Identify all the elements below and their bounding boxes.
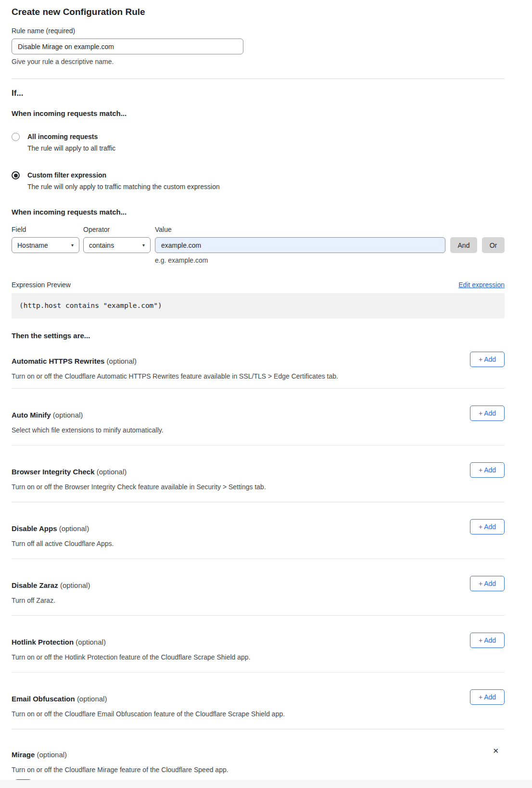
setting-name: Hotlink Protection (12, 638, 74, 646)
option-label: Custom filter expression (27, 171, 220, 179)
setting-disable-zaraz: Disable Zaraz (optional) Turn off Zaraz.… (12, 559, 505, 616)
operator-label: Operator (83, 226, 155, 234)
setting-description: Turn on or off the Browser Integrity Che… (12, 483, 505, 491)
expression-preview-row: Expression Preview Edit expression (12, 281, 505, 289)
option-all-incoming-requests[interactable]: All incoming requests The rule will appl… (12, 133, 505, 153)
setting-mirage: Mirage (optional) ✕ Turn on or off the C… (12, 729, 505, 788)
add-email-obfuscation-button[interactable]: + Add (470, 689, 505, 705)
option-description: The rule will apply to all traffic (27, 144, 115, 153)
setting-name: Email Obfuscation (12, 695, 75, 703)
setting-name: Disable Zaraz (12, 581, 58, 589)
field-select-value: Hostname (17, 241, 48, 249)
setting-description: Select which file extensions to minify a… (12, 426, 505, 434)
field-label: Field (12, 226, 83, 234)
radio-all-incoming-requests[interactable] (12, 133, 20, 141)
create-configuration-rule-page: Create new Configuration Rule Rule name … (12, 7, 505, 788)
radio-custom-filter-expression[interactable] (12, 171, 20, 179)
add-browser-integrity-check-button[interactable]: + Add (470, 462, 505, 478)
option-description: The rule will only apply to traffic matc… (27, 183, 220, 191)
incoming-requests-subheading: When incoming requests match... (12, 109, 505, 118)
rule-name-input[interactable] (12, 38, 243, 54)
setting-name: Mirage (12, 750, 35, 759)
chevron-down-icon: ▾ (71, 243, 74, 248)
edit-expression-link[interactable]: Edit expression (458, 281, 505, 289)
value-help: e.g. example.com (155, 256, 505, 265)
setting-description: Turn off Zaraz. (12, 597, 505, 605)
setting-email-obfuscation: Email Obfuscation (optional) Turn on or … (12, 673, 505, 729)
setting-description: Turn on or off the Hotlink Protection fe… (12, 653, 505, 661)
setting-disable-apps: Disable Apps (optional) Turn off all act… (12, 502, 505, 559)
operator-select-value: contains (89, 241, 114, 249)
expression-preview-box: (http.host contains "example.com") (12, 293, 505, 318)
setting-hotlink-protection: Hotlink Protection (optional) Turn on or… (12, 616, 505, 673)
add-disable-zaraz-button[interactable]: + Add (470, 576, 505, 591)
if-heading: If... (12, 88, 505, 99)
setting-browser-integrity-check: Browser Integrity Check (optional) Turn … (12, 445, 505, 502)
page-title: Create new Configuration Rule (12, 7, 505, 17)
chevron-down-icon: ▾ (142, 243, 145, 248)
then-settings-heading: Then the settings are... (12, 331, 505, 340)
settings-list: Automatic HTTPS Rewrites (optional) Turn… (12, 340, 505, 788)
setting-name: Browser Integrity Check (12, 468, 95, 476)
field-select[interactable]: Hostname ▾ (12, 237, 79, 253)
option-custom-filter-expression[interactable]: Custom filter expression The rule will o… (12, 171, 505, 191)
add-disable-apps-button[interactable]: + Add (470, 519, 505, 534)
value-input[interactable] (155, 237, 445, 253)
rule-name-label: Rule name (required) (12, 27, 505, 35)
and-button[interactable]: And (450, 237, 477, 253)
setting-description: Turn on or off the Cloudflare Automatic … (12, 372, 505, 381)
expression-preview-label: Expression Preview (12, 281, 71, 289)
setting-description: Turn on or off the Cloudflare Mirage fea… (12, 766, 505, 774)
setting-description: Turn off all active Cloudflare Apps. (12, 540, 505, 548)
operator-select[interactable]: contains ▾ (83, 237, 151, 253)
footer-band (0, 780, 532, 788)
add-auto-minify-button[interactable]: + Add (470, 406, 505, 421)
filter-subheading: When incoming requests match... (12, 207, 505, 216)
setting-description: Turn on or off the Cloudflare Email Obfu… (12, 710, 505, 718)
setting-automatic-https-rewrites: Automatic HTTPS Rewrites (optional) Turn… (12, 340, 505, 389)
filter-row: Hostname ▾ contains ▾ And Or (12, 237, 505, 253)
add-automatic-https-rewrites-button[interactable]: + Add (470, 352, 505, 367)
setting-name: Auto Minify (12, 411, 51, 419)
value-label: Value (155, 226, 172, 234)
filter-column-labels: Field Operator Value (12, 226, 505, 234)
setting-auto-minify: Auto Minify (optional) Select which file… (12, 389, 505, 445)
or-button[interactable]: Or (482, 237, 505, 253)
add-hotlink-protection-button[interactable]: + Add (470, 633, 505, 648)
close-icon[interactable]: ✕ (493, 747, 499, 755)
rule-name-help: Give your rule a descriptive name. (12, 58, 505, 66)
option-label: All incoming requests (27, 133, 115, 141)
setting-name: Disable Apps (12, 524, 57, 533)
section-divider (12, 78, 505, 79)
setting-name: Automatic HTTPS Rewrites (12, 357, 104, 365)
expression-code: (http.host contains "example.com") (19, 302, 162, 309)
